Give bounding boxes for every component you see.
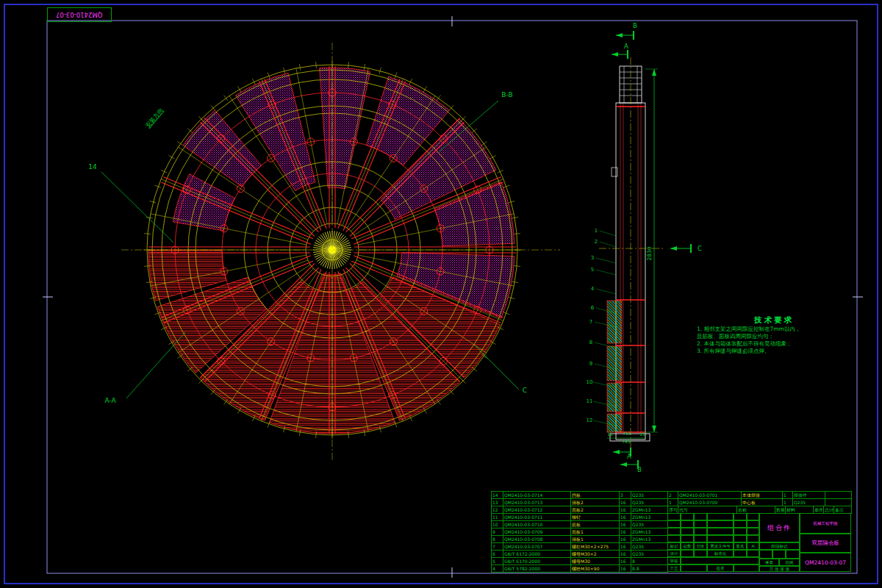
bom-cell: 总计	[823, 506, 833, 513]
title-block-cell	[734, 550, 747, 557]
title-block-cell	[694, 535, 707, 542]
part-callout: 12	[587, 417, 593, 423]
bom-cell: 2	[667, 491, 678, 498]
title-block-cell	[734, 564, 759, 572]
dimension-text: 2830	[646, 246, 653, 260]
weight-label: 重量	[759, 559, 779, 566]
title-block-cell	[707, 513, 734, 520]
callout-leader	[600, 231, 616, 236]
bom-cell: QM2410-03-0708	[503, 535, 570, 542]
bom-cell: 16	[619, 528, 631, 535]
title-block-cell	[747, 535, 759, 542]
assembly-name: 组合件	[759, 513, 800, 542]
bom-cell: 16	[619, 550, 631, 557]
bom-cell: QM2410-03-0713	[503, 498, 570, 506]
title-block-cell	[772, 550, 786, 559]
section-view: BAABC28301235467891011121571515745	[587, 22, 702, 473]
title-block-cell	[681, 550, 694, 557]
bom-cell: 单件	[813, 506, 823, 513]
bom-cell: 本体焊接	[741, 491, 782, 498]
bom-cell: Q235	[631, 542, 667, 550]
part-callout: 7	[589, 319, 592, 325]
part-callout: 11	[587, 398, 593, 404]
side-hatch-block	[607, 346, 622, 381]
rim-tick	[364, 64, 365, 71]
table-row: 1QM2410-03-0700中心板1Q235	[667, 498, 851, 506]
rim-tick	[146, 217, 153, 218]
bom-cell: QM2410-03-0712	[503, 506, 570, 513]
bom-cell: 代号	[678, 506, 736, 513]
table-row: 8QM2410-03-0708筛板116ZGMn13	[491, 535, 667, 542]
bom-cell: GB/T 5782-2000	[503, 564, 570, 572]
title-block-cell	[747, 520, 759, 528]
title-block-cell	[759, 550, 772, 559]
technical-requirements: 技术要求 1. 相邻支架之间间隙应控制在7mm以内， 且筋板、面板四周间隙应均匀…	[697, 316, 851, 355]
bom-cell: 3	[619, 491, 631, 498]
bom-cell: Q235	[631, 491, 667, 498]
rim-tick	[348, 62, 349, 68]
revision-header-cell: 年、月、日	[747, 542, 759, 550]
drawing-number-corner-box: QM2410-03-07	[47, 7, 112, 22]
callout-leader	[596, 270, 616, 275]
cad-sheet: BAABC28301235467891011121571515745 B-BA-…	[0, 0, 882, 588]
parts-list-right: 2QM2410-03-0701本体焊接1焊接件1QM2410-03-0700中心…	[667, 491, 852, 506]
dimension-text: 15	[607, 431, 613, 437]
callout-leader	[600, 242, 616, 247]
bom-cell: 8	[491, 535, 503, 542]
rim-tick	[316, 62, 317, 68]
bom-cell: 面板2	[570, 506, 619, 513]
rim-tick	[198, 379, 203, 383]
direction-note: 安装方向	[144, 107, 164, 129]
bom-cell: 10	[491, 520, 503, 528]
title-block-cell	[667, 513, 681, 520]
bom-cell: 8.8	[631, 564, 667, 572]
rim-tick	[512, 282, 518, 283]
revision-header-cell: 处数	[681, 542, 694, 550]
rim-tick	[514, 234, 520, 234]
plan-view	[121, 43, 560, 462]
bom-cell: ZGMn13	[631, 535, 667, 542]
section-arrow-label: B	[633, 22, 637, 29]
part-callout: 5	[591, 267, 594, 273]
dimension-text: 715	[623, 431, 631, 436]
title-block-cell	[694, 550, 707, 557]
title-block-cell	[681, 528, 694, 535]
bom-cell: 16	[619, 520, 631, 528]
side-notch	[612, 168, 617, 176]
title-block-cell	[707, 520, 734, 528]
bom-cell: 16	[619, 542, 631, 550]
title-block: 标记处数分区更改文件号签名年、月、日设计标准化审核工艺批准组合件阶段标记重量比例…	[667, 513, 851, 572]
title-block-cell	[747, 513, 759, 520]
callout-leader	[596, 258, 616, 263]
tech-req-line: 且筋板、面板四周间隙应均匀；	[697, 333, 851, 340]
bom-cell: 16	[619, 557, 631, 564]
section-arrow-label: A	[627, 453, 631, 460]
title-block-cell	[681, 535, 694, 542]
section-arrow-label: C	[698, 245, 702, 252]
bom-cell: 铆钉	[570, 513, 619, 520]
bom-cell: 1	[782, 491, 792, 498]
bom-cell: 16	[619, 506, 631, 513]
bom-cell: Q235	[631, 550, 667, 557]
bom-cell: 名称	[736, 506, 775, 513]
bom-cell: QM2410-03-0701	[678, 491, 741, 498]
rim-tick	[144, 234, 151, 234]
bom-cell: 6	[491, 550, 503, 557]
part-callout: 1	[595, 228, 598, 234]
grate-sector-holes	[320, 68, 370, 189]
title-block-cell	[747, 550, 759, 557]
side-hatch-block	[607, 414, 622, 432]
rim-tick	[461, 116, 465, 121]
dimension-text: 15	[639, 431, 645, 437]
part-callout: 4	[591, 286, 595, 292]
bom-cell: 挡板	[570, 491, 619, 498]
bom-cell: QM2410-03-0707	[503, 542, 570, 550]
title-block-cell	[667, 528, 681, 535]
table-row: 序号代号名称数量材料单件总计备注	[667, 506, 851, 513]
title-block-cell	[667, 520, 681, 528]
rim-tick	[198, 116, 203, 121]
bom-cell: 螺栓M30×90	[570, 564, 619, 572]
title-block-cell	[667, 535, 681, 542]
rim-tick	[177, 142, 182, 146]
bom-cell: QM2410-03-0700	[678, 498, 741, 506]
